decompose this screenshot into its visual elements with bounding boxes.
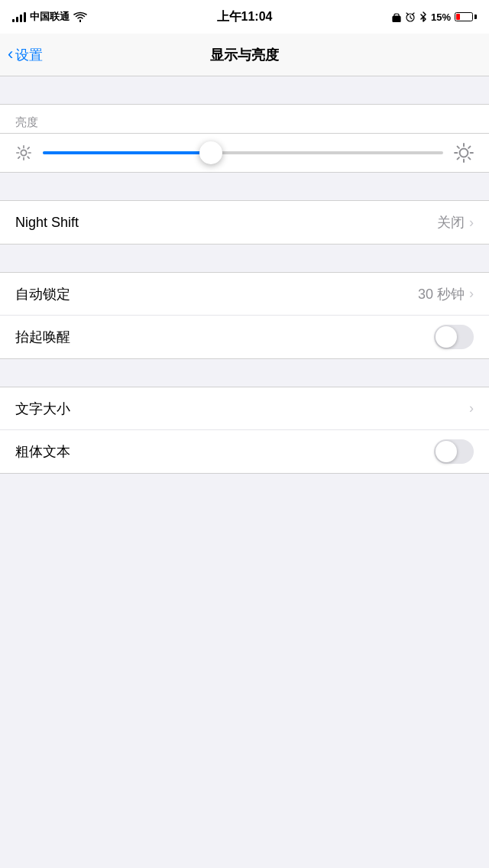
lock-icon — [392, 11, 401, 22]
auto-lock-label: 自动锁定 — [15, 285, 70, 303]
raise-to-wake-label: 抬起唤醒 — [15, 328, 70, 346]
auto-lock-status: 30 秒钟 — [418, 285, 465, 303]
back-label: 设置 — [15, 46, 43, 64]
signal-icon — [12, 11, 26, 22]
text-size-row[interactable]: 文字大小 › — [0, 387, 489, 430]
auto-lock-chevron-icon: › — [469, 286, 474, 302]
svg-line-6 — [28, 157, 29, 158]
text-group: 文字大小 › 粗体文本 — [0, 387, 489, 474]
nav-bar: ‹ 设置 显示与亮度 — [0, 34, 489, 76]
battery-icon — [455, 12, 477, 21]
status-time: 上午11:04 — [217, 9, 273, 25]
night-shift-status: 关闭 — [437, 213, 465, 232]
bottom-gap — [0, 474, 489, 520]
text-size-label: 文字大小 — [15, 400, 70, 418]
night-shift-chevron-icon: › — [469, 215, 474, 231]
lock-wake-group: 自动锁定 30 秒钟 › 抬起唤醒 — [0, 272, 489, 359]
alarm-icon — [405, 11, 416, 22]
page-title: 显示与亮度 — [210, 46, 279, 64]
bold-text-toggle[interactable] — [434, 439, 474, 464]
brightness-slider-row — [0, 133, 489, 172]
slider-fill — [43, 151, 211, 154]
night-shift-value: 关闭 › — [437, 213, 474, 232]
gap-2 — [0, 245, 489, 272]
svg-line-19 — [468, 147, 470, 148]
raise-to-wake-toggle[interactable] — [434, 325, 474, 349]
svg-line-14 — [458, 147, 459, 148]
gap-3 — [0, 359, 489, 387]
svg-point-2 — [21, 150, 26, 155]
auto-lock-row[interactable]: 自动锁定 30 秒钟 › — [0, 273, 489, 316]
night-shift-group: Night Shift 关闭 › — [0, 200, 489, 245]
wifi-icon — [73, 11, 87, 22]
brightness-label: 亮度 — [0, 105, 489, 133]
bold-text-row: 粗体文本 — [0, 430, 489, 473]
carrier-label: 中国联通 — [30, 10, 70, 24]
status-right: 15% — [392, 11, 477, 23]
back-button[interactable]: ‹ 设置 — [8, 46, 43, 64]
text-size-value: › — [469, 400, 474, 416]
brightness-slider[interactable] — [43, 151, 443, 154]
svg-line-5 — [18, 147, 20, 149]
svg-rect-0 — [393, 16, 400, 22]
top-gap — [0, 76, 489, 104]
brightness-low-icon — [15, 144, 32, 161]
brightness-group: 亮度 — [0, 104, 489, 173]
status-bar: 中国联通 上午11:04 15% — [0, 0, 489, 34]
bluetooth-icon — [419, 11, 427, 22]
auto-lock-value: 30 秒钟 › — [418, 285, 474, 303]
status-left: 中国联通 — [12, 10, 87, 24]
back-chevron-icon: ‹ — [8, 46, 13, 63]
bold-text-label: 粗体文本 — [15, 442, 70, 461]
svg-line-15 — [468, 157, 470, 159]
battery-percent: 15% — [431, 11, 451, 23]
raise-to-wake-thumb — [436, 326, 457, 348]
svg-line-18 — [458, 157, 459, 159]
gap-1 — [0, 173, 489, 200]
night-shift-row[interactable]: Night Shift 关闭 › — [0, 201, 489, 244]
svg-line-9 — [18, 157, 20, 158]
slider-thumb[interactable] — [199, 141, 222, 164]
brightness-high-icon — [454, 143, 474, 163]
night-shift-label: Night Shift — [15, 215, 79, 231]
raise-to-wake-row: 抬起唤醒 — [0, 316, 489, 358]
bold-text-thumb — [436, 441, 457, 462]
svg-point-11 — [460, 149, 468, 157]
text-size-chevron-icon: › — [469, 400, 474, 416]
svg-line-10 — [28, 147, 29, 149]
